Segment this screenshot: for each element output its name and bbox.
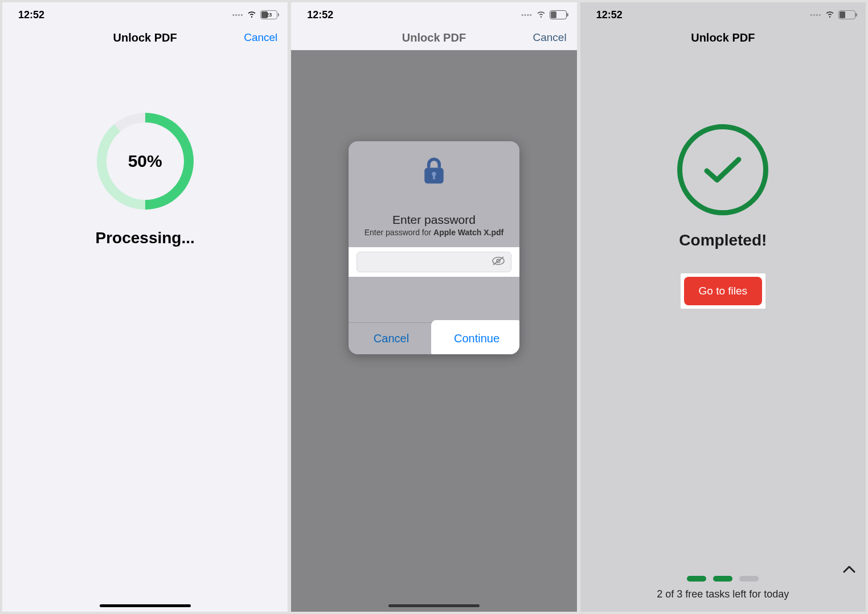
password-input[interactable] [363,257,492,267]
cancel-button[interactable]: Cancel [533,31,567,44]
completed-content: Completed! Go to files 2 of 3 free tasks… [580,50,866,612]
modal-cancel-button[interactable]: Cancel [349,323,434,354]
status-time: 12:52 [307,9,333,21]
processing-label: Processing... [96,229,195,247]
home-indicator[interactable] [100,604,191,607]
task-pill-done [687,576,706,582]
lock-icon [421,156,447,188]
status-icons: •••• [521,9,566,22]
status-time: 12:52 [18,9,44,21]
modal-sub-prefix: Enter password for [365,228,433,237]
battery-icon [838,10,855,19]
password-row [349,247,519,277]
status-icons: •••• [810,9,855,22]
go-to-files-button[interactable]: Go to files [684,277,763,305]
status-bar: 12:52 •••• [580,2,866,25]
task-pill-remaining [739,576,759,582]
cellular-dots-icon: •••• [521,11,532,18]
wifi-icon [247,9,257,22]
processing-content: 50% Processing... [2,50,288,612]
screen-processing: 12:52 •••• 23 Unlock PDF Cancel 50% Proc… [2,2,288,612]
status-icons: •••• 23 [232,9,277,22]
progress-percent: 50% [107,122,184,200]
cellular-dots-icon: •••• [232,11,243,18]
wifi-icon [825,9,835,22]
modal-subtitle: Enter password for Apple Watch X.pdf [365,228,504,237]
password-modal: Enter password Enter password for Apple … [349,141,519,354]
wifi-icon [536,9,546,22]
password-content: Enter password Enter password for Apple … [291,50,576,612]
tasks-text: 2 of 3 free tasks left for today [580,588,866,600]
cancel-button[interactable]: Cancel [244,31,277,44]
modal-continue-button[interactable]: Continue [434,323,519,354]
chevron-up-icon[interactable] [843,562,855,576]
modal-buttons: Cancel Continue [349,322,519,354]
page-title: Unlock PDF [402,31,466,44]
nav-bar: Unlock PDF [580,25,866,50]
nav-bar: Unlock PDF Cancel [2,25,288,50]
completed-label: Completed! [677,231,768,249]
home-indicator[interactable] [388,604,480,607]
cellular-dots-icon: •••• [810,11,821,18]
task-pills [580,576,866,582]
task-pill-done [713,576,732,582]
screen-completed: 12:52 •••• Unlock PDF Completed! Go to f… [580,2,866,612]
status-time: 12:52 [596,9,623,21]
modal-sub-filename: Apple Watch X.pdf [433,228,503,237]
tasks-bar: 2 of 3 free tasks left for today [580,576,866,600]
status-bar: 12:52 •••• [291,2,576,25]
eye-off-icon[interactable] [492,256,505,268]
battery-icon: 23 [260,10,277,19]
modal-backdrop[interactable]: Enter password Enter password for Apple … [291,50,576,612]
nav-bar: Unlock PDF Cancel [291,25,576,50]
modal-title: Enter password [392,213,476,227]
battery-icon [550,10,567,19]
page-title: Unlock PDF [691,31,755,44]
success-check-icon [677,124,768,215]
status-bar: 12:52 •••• 23 [2,2,288,25]
progress-ring: 50% [97,113,194,210]
svg-rect-2 [433,175,435,179]
screen-enter-password: 12:52 •••• Unlock PDF Cancel [291,2,576,612]
page-title: Unlock PDF [113,31,177,44]
